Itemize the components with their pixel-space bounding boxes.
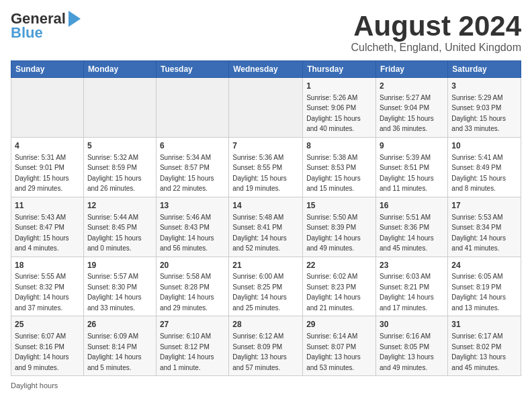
logo-arrow-icon (69, 11, 81, 27)
calendar-header-cell: Saturday (448, 61, 521, 78)
day-number: 29 (306, 319, 372, 330)
day-number: 19 (87, 260, 152, 271)
day-info: Sunrise: 5:26 AM Sunset: 9:06 PM Dayligh… (306, 94, 361, 133)
day-info: Sunrise: 5:31 AM Sunset: 9:01 PM Dayligh… (15, 154, 69, 193)
day-number: 4 (15, 140, 80, 152)
day-number: 5 (87, 140, 152, 152)
calendar-day-cell: 31Sunrise: 6:17 AM Sunset: 8:02 PM Dayli… (448, 316, 521, 376)
day-number: 31 (451, 319, 517, 330)
day-number: 8 (306, 140, 372, 152)
logo-text-blue: Blue (11, 24, 43, 42)
calendar-day-cell: 12Sunrise: 5:44 AM Sunset: 8:45 PM Dayli… (83, 197, 156, 257)
day-number: 15 (306, 200, 372, 212)
calendar-day-cell: 22Sunrise: 6:02 AM Sunset: 8:23 PM Dayli… (303, 257, 376, 316)
calendar-day-cell: 4Sunrise: 5:31 AM Sunset: 9:01 PM Daylig… (11, 137, 84, 197)
day-info: Sunrise: 6:03 AM Sunset: 8:21 PM Dayligh… (380, 273, 434, 312)
day-number: 1 (306, 81, 372, 92)
day-number: 11 (15, 200, 80, 212)
day-number: 20 (160, 260, 225, 271)
day-info: Sunrise: 6:14 AM Sunset: 8:07 PM Dayligh… (306, 332, 361, 371)
day-info: Sunrise: 5:48 AM Sunset: 8:41 PM Dayligh… (232, 214, 287, 253)
day-number: 18 (15, 260, 80, 271)
day-info: Sunrise: 5:58 AM Sunset: 8:28 PM Dayligh… (160, 273, 214, 312)
day-number: 16 (380, 200, 444, 212)
day-info: Sunrise: 5:57 AM Sunset: 8:30 PM Dayligh… (87, 273, 142, 312)
calendar-day-cell: 26Sunrise: 6:09 AM Sunset: 8:14 PM Dayli… (83, 316, 156, 376)
calendar-day-cell: 28Sunrise: 6:12 AM Sunset: 8:09 PM Dayli… (229, 316, 303, 376)
day-number: 30 (380, 319, 444, 330)
day-info: Sunrise: 6:16 AM Sunset: 8:05 PM Dayligh… (380, 332, 434, 371)
calendar-day-cell (229, 78, 303, 138)
calendar-day-cell: 2Sunrise: 5:27 AM Sunset: 9:04 PM Daylig… (376, 78, 448, 138)
day-info: Sunrise: 5:46 AM Sunset: 8:43 PM Dayligh… (160, 214, 214, 253)
calendar-day-cell: 1Sunrise: 5:26 AM Sunset: 9:06 PM Daylig… (303, 78, 376, 138)
calendar-table: SundayMondayTuesdayWednesdayThursdayFrid… (11, 60, 521, 376)
day-info: Sunrise: 6:07 AM Sunset: 8:16 PM Dayligh… (15, 332, 69, 371)
calendar-header-cell: Friday (376, 61, 448, 78)
calendar-day-cell (83, 78, 156, 138)
day-number: 7 (232, 140, 299, 152)
calendar-day-cell: 17Sunrise: 5:53 AM Sunset: 8:34 PM Dayli… (448, 197, 521, 257)
day-info: Sunrise: 5:38 AM Sunset: 8:53 PM Dayligh… (306, 154, 361, 193)
day-info: Sunrise: 5:53 AM Sunset: 8:34 PM Dayligh… (451, 214, 506, 253)
day-info: Sunrise: 6:17 AM Sunset: 8:02 PM Dayligh… (451, 332, 506, 371)
calendar-header-cell: Monday (83, 61, 156, 78)
day-info: Sunrise: 5:34 AM Sunset: 8:57 PM Dayligh… (160, 154, 214, 193)
month-title: August 2024 (351, 11, 522, 42)
calendar-header-cell: Sunday (11, 61, 84, 78)
day-number: 13 (160, 200, 225, 212)
day-number: 28 (232, 319, 299, 330)
calendar-header-row: SundayMondayTuesdayWednesdayThursdayFrid… (11, 61, 521, 78)
calendar-day-cell: 20Sunrise: 5:58 AM Sunset: 8:28 PM Dayli… (156, 257, 228, 316)
calendar-day-cell: 23Sunrise: 6:03 AM Sunset: 8:21 PM Dayli… (376, 257, 448, 316)
calendar-week-row: 18Sunrise: 5:55 AM Sunset: 8:32 PM Dayli… (11, 257, 521, 316)
calendar-day-cell: 19Sunrise: 5:57 AM Sunset: 8:30 PM Dayli… (83, 257, 156, 316)
day-info: Sunrise: 6:09 AM Sunset: 8:14 PM Dayligh… (87, 332, 142, 371)
day-info: Sunrise: 5:50 AM Sunset: 8:39 PM Dayligh… (306, 214, 361, 253)
daylight-hours-label: Daylight hours (11, 381, 58, 390)
day-number: 25 (15, 319, 80, 330)
calendar-day-cell: 21Sunrise: 6:00 AM Sunset: 8:25 PM Dayli… (229, 257, 303, 316)
calendar-header-cell: Thursday (303, 61, 376, 78)
calendar-day-cell: 16Sunrise: 5:51 AM Sunset: 8:36 PM Dayli… (376, 197, 448, 257)
day-number: 22 (306, 260, 372, 271)
day-number: 27 (160, 319, 225, 330)
day-number: 2 (380, 81, 444, 92)
calendar-day-cell: 8Sunrise: 5:38 AM Sunset: 8:53 PM Daylig… (303, 137, 376, 197)
calendar-day-cell (11, 78, 84, 138)
day-number: 6 (160, 140, 225, 152)
calendar-week-row: 25Sunrise: 6:07 AM Sunset: 8:16 PM Dayli… (11, 316, 521, 376)
day-info: Sunrise: 5:39 AM Sunset: 8:51 PM Dayligh… (380, 154, 434, 193)
day-info: Sunrise: 6:00 AM Sunset: 8:25 PM Dayligh… (232, 273, 287, 312)
day-info: Sunrise: 6:02 AM Sunset: 8:23 PM Dayligh… (306, 273, 361, 312)
day-info: Sunrise: 6:10 AM Sunset: 8:12 PM Dayligh… (160, 332, 214, 371)
calendar-day-cell: 9Sunrise: 5:39 AM Sunset: 8:51 PM Daylig… (376, 137, 448, 197)
day-info: Sunrise: 5:29 AM Sunset: 9:03 PM Dayligh… (451, 94, 506, 133)
calendar-day-cell: 7Sunrise: 5:36 AM Sunset: 8:55 PM Daylig… (229, 137, 303, 197)
calendar-week-row: 11Sunrise: 5:43 AM Sunset: 8:47 PM Dayli… (11, 197, 521, 257)
day-info: Sunrise: 5:36 AM Sunset: 8:55 PM Dayligh… (232, 154, 287, 193)
day-info: Sunrise: 5:55 AM Sunset: 8:32 PM Dayligh… (15, 273, 69, 312)
title-area: August 2024 Culcheth, England, United Ki… (351, 11, 522, 54)
calendar-week-row: 4Sunrise: 5:31 AM Sunset: 9:01 PM Daylig… (11, 137, 521, 197)
calendar-day-cell: 18Sunrise: 5:55 AM Sunset: 8:32 PM Dayli… (11, 257, 84, 316)
logo: General Blue (11, 11, 81, 42)
calendar-day-cell: 13Sunrise: 5:46 AM Sunset: 8:43 PM Dayli… (156, 197, 228, 257)
footer: Daylight hours (11, 381, 521, 390)
day-info: Sunrise: 6:05 AM Sunset: 8:19 PM Dayligh… (451, 273, 506, 312)
calendar-day-cell: 15Sunrise: 5:50 AM Sunset: 8:39 PM Dayli… (303, 197, 376, 257)
location-title: Culcheth, England, United Kingdom (351, 42, 522, 54)
header: General Blue August 2024 Culcheth, Engla… (11, 11, 521, 54)
day-number: 3 (451, 81, 517, 92)
day-info: Sunrise: 6:12 AM Sunset: 8:09 PM Dayligh… (232, 332, 287, 371)
day-info: Sunrise: 5:44 AM Sunset: 8:45 PM Dayligh… (87, 214, 142, 253)
day-number: 26 (87, 319, 152, 330)
day-number: 21 (232, 260, 299, 271)
day-number: 24 (451, 260, 517, 271)
day-info: Sunrise: 5:41 AM Sunset: 8:49 PM Dayligh… (451, 154, 506, 193)
day-number: 23 (380, 260, 444, 271)
calendar-day-cell (156, 78, 228, 138)
calendar-header-cell: Wednesday (229, 61, 303, 78)
calendar-day-cell: 30Sunrise: 6:16 AM Sunset: 8:05 PM Dayli… (376, 316, 448, 376)
day-number: 17 (451, 200, 517, 212)
